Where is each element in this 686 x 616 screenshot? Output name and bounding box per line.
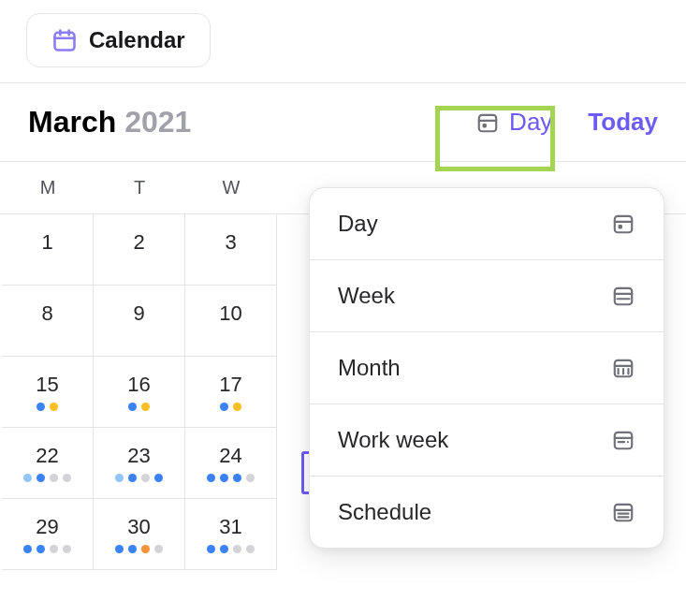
dropdown-item-work-week[interactable]: Work week: [310, 404, 664, 477]
calendar-week-icon: [611, 284, 635, 308]
event-dot: [128, 545, 137, 553]
day-number: 10: [219, 301, 241, 326]
day-number: 1: [41, 230, 52, 255]
dropdown-item-day[interactable]: Day: [310, 188, 664, 260]
event-dots: [115, 545, 163, 554]
day-number: 9: [133, 301, 144, 326]
svg-rect-6: [483, 124, 487, 127]
svg-rect-9: [619, 225, 622, 228]
event-dot: [63, 474, 71, 482]
year-value: 2021: [124, 105, 191, 139]
day-cell[interactable]: 16: [94, 357, 185, 428]
event-dot: [220, 474, 228, 482]
day-cell[interactable]: 17: [185, 357, 277, 428]
day-cell[interactable]: 8: [2, 286, 94, 357]
today-button[interactable]: Today: [588, 108, 658, 137]
day-number: 30: [127, 515, 150, 539]
day-cell[interactable]: 3: [185, 214, 277, 286]
dropdown-item-label: Month: [338, 355, 401, 381]
day-cell[interactable]: 22: [2, 428, 94, 499]
view-selector-label: Day: [509, 108, 552, 137]
svg-rect-0: [55, 33, 75, 51]
event-dot: [36, 545, 45, 553]
day-cell[interactable]: 31: [185, 499, 277, 570]
day-number: 17: [219, 373, 241, 397]
event-dot: [50, 403, 58, 411]
calendar-icon: [51, 27, 78, 53]
event-dot: [50, 545, 58, 553]
day-cell[interactable]: 23: [94, 428, 185, 499]
event-dot: [154, 474, 163, 482]
calendar-schedule-icon: [611, 500, 635, 524]
event-dot: [233, 474, 241, 482]
day-number: 2: [133, 230, 144, 255]
day-cell[interactable]: 15: [2, 357, 94, 428]
weekday-header: W: [185, 162, 277, 213]
month-name: March: [28, 105, 116, 139]
day-number: 31: [219, 515, 241, 539]
calendar-month-icon: [611, 356, 635, 380]
event-dots: [207, 474, 255, 483]
view-selector[interactable]: Day: [464, 102, 563, 142]
event-dot: [115, 545, 124, 553]
weekday-header: M: [2, 162, 94, 213]
event-dots: [23, 545, 71, 554]
day-number: 15: [36, 373, 58, 397]
dropdown-item-schedule[interactable]: Schedule: [310, 477, 664, 548]
svg-rect-18: [615, 433, 632, 448]
calendar-day-icon: [611, 212, 635, 236]
day-number: 29: [36, 515, 58, 539]
day-cell[interactable]: 24: [185, 428, 277, 499]
calendar-workweek-icon: [611, 428, 635, 452]
event-dot: [141, 545, 150, 553]
day-cell[interactable]: 1: [2, 214, 94, 286]
day-number: 3: [225, 230, 236, 255]
event-dots: [207, 545, 255, 554]
svg-point-21: [627, 441, 629, 443]
event-dot: [246, 545, 255, 553]
event-dots: [128, 403, 150, 412]
dropdown-item-label: Day: [338, 211, 378, 237]
event-dot: [246, 474, 255, 482]
event-dots: [115, 474, 163, 483]
event-dot: [23, 474, 32, 482]
weekday-header: T: [94, 162, 185, 213]
day-cell[interactable]: 2: [94, 214, 185, 286]
event-dot: [141, 403, 150, 411]
event-dot: [220, 403, 228, 411]
event-dot: [128, 474, 137, 482]
day-cell[interactable]: 29: [2, 499, 94, 570]
dropdown-item-month[interactable]: Month: [310, 332, 664, 404]
event-dot: [115, 474, 124, 482]
event-dot: [128, 403, 137, 411]
event-dot: [233, 403, 241, 411]
day-cell[interactable]: 9: [94, 286, 185, 357]
event-dot: [207, 545, 215, 553]
svg-rect-10: [615, 288, 632, 304]
calendar-tab-label: Calendar: [89, 27, 185, 53]
event-dot: [207, 474, 215, 482]
day-number: 8: [41, 301, 52, 326]
event-dot: [36, 403, 45, 411]
event-dot: [23, 545, 32, 553]
calendar-tab-button[interactable]: Calendar: [26, 13, 211, 67]
day-cell[interactable]: 30: [94, 499, 185, 570]
dropdown-item-week[interactable]: Week: [310, 260, 664, 332]
dropdown-item-label: Week: [338, 283, 395, 309]
event-dot: [154, 545, 163, 553]
event-dot: [63, 545, 71, 553]
svg-rect-4: [479, 114, 496, 130]
calendar-small-icon: [475, 110, 500, 135]
day-number: 23: [127, 444, 150, 468]
month-title: March 2021: [28, 105, 191, 139]
calendar-header: March 2021 Day Today: [0, 83, 686, 161]
view-dropdown-menu: Day Week Month: [309, 187, 664, 549]
event-dot: [50, 474, 58, 482]
dropdown-item-label: Schedule: [338, 499, 431, 525]
dropdown-item-label: Work week: [338, 427, 448, 453]
event-dot: [220, 545, 228, 553]
day-cell[interactable]: 10: [185, 286, 277, 357]
day-number: 24: [219, 444, 241, 468]
day-number: 16: [127, 373, 150, 397]
today-label: Today: [588, 108, 658, 136]
